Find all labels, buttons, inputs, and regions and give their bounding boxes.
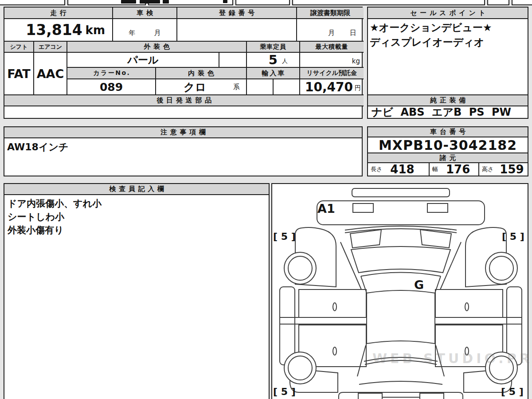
side-sill-left <box>280 287 295 365</box>
interior-color-suffix: 系 <box>233 83 240 91</box>
wheel-front-left-rim <box>288 256 312 280</box>
wheel-rear-left-rim <box>288 356 312 380</box>
door-handle-right-front <box>465 303 469 311</box>
shaken-value: 年 月 <box>113 19 177 42</box>
notes-header: 注意事項欄 <box>4 127 362 138</box>
spec-width-label: 幅 <box>432 165 438 173</box>
transfer-month-label: 月 <box>328 29 335 37</box>
chassis-value: MXPB10-3042182 <box>368 137 528 153</box>
shaken-header: 車検 <box>113 8 177 19</box>
recycle-fee-number: 10,470 <box>305 80 353 94</box>
capacity-unit: 人 <box>282 57 288 67</box>
exterior-color-header: 外装色 <box>67 42 247 53</box>
max-load-unit: kg <box>352 57 360 65</box>
spec-length: 長さ 418 <box>368 163 430 176</box>
door-handle-left-rear <box>333 347 336 355</box>
mark-front-bumper-a1: A1 <box>317 202 335 215</box>
front-door-left <box>299 289 366 317</box>
cutoff-text-fragment <box>121 0 136 4</box>
spec-length-value: 418 <box>390 163 414 176</box>
cutoff-text-fragment <box>140 0 160 4</box>
hatch-bottom-arc <box>359 381 442 384</box>
mileage-unit: km <box>86 23 105 37</box>
inspector-note-line: ドア内張傷小、すれ小 <box>8 197 102 210</box>
capacity-number: 5 <box>269 53 278 67</box>
aircon-value: AAC <box>34 53 67 95</box>
specs-header: 諸元 <box>368 153 528 163</box>
spec-height: 高さ 159 <box>479 163 528 176</box>
cowl-arc <box>361 273 441 277</box>
car-diagram-box: A1 G [ 5 ] [ 5 ] [ 5 ] [ 5 ] WEB STUDIO.… <box>271 183 528 399</box>
later-parts-value <box>4 106 364 120</box>
interior-color-header: 内装色 <box>156 68 247 79</box>
cutoff-cell <box>235 0 290 5</box>
inspector-note-line: 外装小傷有り <box>8 223 102 237</box>
shaken-month-label: 月 <box>154 29 161 37</box>
aircon-header: エアコン <box>34 42 67 53</box>
transfer-docs-value: 月 日 <box>297 19 364 42</box>
auction-sheet: { "info_table": { "mileage": { "label": … <box>0 0 532 399</box>
import-car-value-1 <box>247 79 274 95</box>
shaken-year-label: 年 <box>129 29 136 37</box>
mark-tire-front-left: [ 5 ] <box>273 231 296 242</box>
vehicle-info-table: 走行 車検 登録番号 譲渡書類期限 13,814 km 年 月 月 日 シフト … <box>4 7 363 119</box>
mark-tire-rear-left: [ 5 ] <box>273 386 296 397</box>
color-no-header: カラーNo. <box>67 68 156 79</box>
max-load-header: 最大積載量 <box>300 42 364 53</box>
interior-color-value: クロ 系 <box>156 79 247 95</box>
exterior-color-extra <box>219 53 247 68</box>
recycle-fee-value: 10,470 円 <box>300 79 364 95</box>
shift-header: シフト <box>4 42 34 53</box>
color-no-value: 089 <box>67 79 156 95</box>
mileage-header: 走行 <box>4 8 113 19</box>
cutoff-cell <box>148 0 233 5</box>
headlight-left <box>350 230 381 248</box>
front-garnish <box>352 188 450 197</box>
inspector-notes-header: 検査員記入欄 <box>4 184 269 195</box>
mileage-number: 13,814 <box>26 21 82 39</box>
shift-value: FAT <box>4 53 34 95</box>
chassis-specs-box: 車台番号 MXPB10-3042182 諸元 長さ 418 幅 176 高さ 1… <box>367 126 528 176</box>
spec-width-value: 176 <box>446 163 470 176</box>
roof-top-arc <box>367 290 435 293</box>
genuine-equipment-value: ナビ ABS エアB PS PW <box>368 106 528 118</box>
notes-value: AW18インチ <box>7 141 68 154</box>
spec-width: 幅 176 <box>430 163 479 176</box>
wheel-front-right-rim <box>489 256 513 280</box>
front-bumper <box>317 201 485 225</box>
mileage-value: 13,814 km <box>4 19 113 42</box>
sales-point-line: ★オークションデビュー★ <box>370 20 526 35</box>
recycle-fee-unit: 円 <box>355 84 361 94</box>
car-top-view-diagram <box>272 184 528 399</box>
sales-point-box: セールスポイント ★オークションデビュー★ ディスプレイオーディオ 純正装備 ナ… <box>367 7 528 119</box>
spec-length-label: 長さ <box>371 165 382 173</box>
genuine-equipment-header: 純正装備 <box>368 95 528 106</box>
interior-color-name: クロ <box>184 80 206 94</box>
sales-point-line: ディスプレイオーディオ <box>370 35 526 50</box>
notes-box: 注意事項欄 AW18インチ <box>4 126 363 176</box>
mark-glass-g: G <box>414 278 424 292</box>
spec-height-label: 高さ <box>482 165 493 173</box>
cutoff-text-fragment <box>223 0 227 3</box>
cutoff-row <box>0 0 532 5</box>
tail-light-right <box>420 393 444 399</box>
grille-arc <box>345 226 457 230</box>
registration-value <box>177 19 297 42</box>
registration-header: 登録番号 <box>177 8 297 19</box>
fog-lamp-left <box>353 203 373 212</box>
headlight-right <box>420 230 451 248</box>
cutoff-cell <box>0 0 65 5</box>
chassis-header: 車台番号 <box>368 127 528 137</box>
capacity-value: 5 人 <box>247 53 300 68</box>
cutoff-cell <box>512 0 532 5</box>
tail-light-left <box>358 393 382 399</box>
front-door-right <box>435 289 503 317</box>
transfer-docs-header: 譲渡書類期限 <box>297 8 364 19</box>
exterior-color-value: パール <box>67 53 219 68</box>
door-handle-left-front <box>333 303 336 311</box>
spec-height-value: 159 <box>500 163 524 176</box>
hood <box>351 246 450 273</box>
later-parts-header: 後日発送部品 <box>4 95 364 106</box>
inspector-notes-box: 検査員記入欄 ドア内張傷小、すれ小 シートしわ小 外装小傷有り <box>4 183 270 399</box>
import-car-header: 輸入車 <box>247 68 300 79</box>
